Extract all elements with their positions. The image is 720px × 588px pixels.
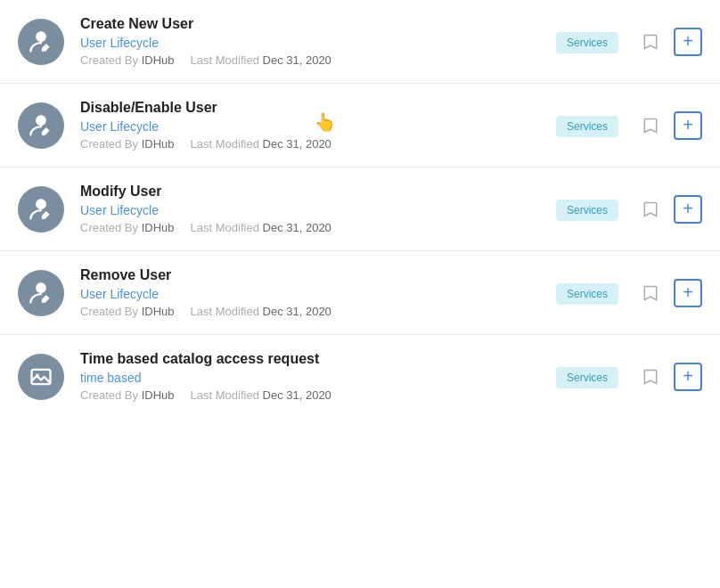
- list-item: Disable/Enable User User Lifecycle Creat…: [0, 84, 720, 167]
- bookmark-icon: [642, 368, 659, 386]
- created-by-value: IDHub: [142, 221, 175, 234]
- badge-area: Services: [556, 369, 618, 385]
- avatar: [18, 19, 64, 65]
- created-by-label: Created By: [80, 388, 142, 402]
- item-category[interactable]: User Lifecycle: [80, 287, 556, 301]
- item-category[interactable]: User Lifecycle: [80, 119, 556, 134]
- created-by-label: Created By: [80, 221, 142, 234]
- avatar: [18, 354, 64, 400]
- created-by-value: IDHub: [142, 388, 175, 402]
- list-item: Create New User User Lifecycle Created B…: [0, 0, 720, 84]
- item-title: Time based catalog access request: [80, 351, 556, 367]
- last-modified-value: Dec 31, 2020: [263, 388, 331, 402]
- list-item: Time based catalog access request time b…: [0, 335, 720, 418]
- bookmark-button[interactable]: [636, 279, 665, 307]
- created-by-value: IDHub: [142, 53, 175, 67]
- last-modified-value: Dec 31, 2020: [263, 53, 331, 67]
- plus-icon: +: [683, 282, 693, 303]
- plus-icon: +: [683, 115, 693, 135]
- item-meta: Created By IDHub Last Modified Dec 31, 2…: [80, 137, 556, 151]
- add-button[interactable]: +: [674, 363, 702, 391]
- item-meta: Created By IDHub Last Modified Dec 31, 2…: [80, 305, 556, 318]
- item-category[interactable]: User Lifecycle: [80, 36, 556, 50]
- services-badge: Services: [556, 283, 618, 305]
- last-modified-value: Dec 31, 2020: [263, 137, 331, 151]
- services-badge: Services: [556, 116, 618, 137]
- bookmark-button[interactable]: [636, 28, 665, 56]
- last-modified-value: Dec 31, 2020: [263, 305, 331, 318]
- avatar: [18, 186, 64, 233]
- services-badge: Services: [556, 32, 618, 53]
- avatar: [18, 102, 64, 149]
- item-title: Remove User: [80, 267, 556, 283]
- add-button[interactable]: +: [674, 279, 702, 307]
- badge-area: Services: [556, 201, 618, 217]
- last-modified-label: Last Modified: [191, 305, 263, 318]
- action-buttons: +: [636, 28, 702, 56]
- item-category[interactable]: time based: [80, 371, 556, 385]
- created-by-label: Created By: [80, 137, 142, 151]
- item-title: Modify User: [80, 184, 556, 200]
- item-content: Create New User User Lifecycle Created B…: [80, 16, 556, 67]
- action-buttons: +: [636, 279, 702, 307]
- plus-icon: +: [683, 31, 693, 52]
- badge-area: Services: [556, 285, 618, 301]
- item-content: Remove User User Lifecycle Created By ID…: [80, 267, 556, 318]
- bookmark-button[interactable]: [636, 111, 665, 140]
- created-by-label: Created By: [80, 305, 142, 318]
- list-item: Modify User User Lifecycle Created By ID…: [0, 167, 720, 251]
- bookmark-icon: [642, 117, 659, 135]
- action-buttons: +: [636, 363, 702, 391]
- last-modified-label: Last Modified: [191, 388, 263, 402]
- item-content: Modify User User Lifecycle Created By ID…: [80, 184, 556, 234]
- avatar: [18, 270, 64, 316]
- plus-icon: +: [683, 199, 693, 219]
- bookmark-icon: [642, 33, 659, 51]
- last-modified-label: Last Modified: [191, 53, 263, 67]
- add-button[interactable]: +: [674, 195, 702, 224]
- last-modified-value: Dec 31, 2020: [263, 221, 331, 234]
- item-category[interactable]: User Lifecycle: [80, 203, 556, 217]
- bookmark-icon: [642, 200, 659, 218]
- action-buttons: +: [636, 111, 702, 140]
- action-buttons: +: [636, 195, 702, 224]
- last-modified-label: Last Modified: [191, 137, 263, 151]
- item-meta: Created By IDHub Last Modified Dec 31, 2…: [80, 388, 556, 402]
- item-content: Time based catalog access request time b…: [80, 351, 556, 402]
- bookmark-button[interactable]: [636, 363, 665, 391]
- add-button[interactable]: +: [674, 111, 702, 140]
- item-meta: Created By IDHub Last Modified Dec 31, 2…: [80, 53, 556, 67]
- created-by-value: IDHub: [142, 137, 175, 151]
- item-content: Disable/Enable User User Lifecycle Creat…: [80, 100, 556, 151]
- badge-area: Services: [556, 118, 618, 134]
- created-by-label: Created By: [80, 53, 142, 67]
- bookmark-button[interactable]: [636, 195, 665, 224]
- bookmark-icon: [642, 284, 659, 302]
- last-modified-label: Last Modified: [191, 221, 263, 234]
- add-button[interactable]: +: [674, 28, 702, 56]
- item-title: Disable/Enable User: [80, 100, 556, 116]
- item-title: Create New User: [80, 16, 556, 32]
- badge-area: Services: [556, 34, 618, 50]
- service-list: Create New User User Lifecycle Created B…: [0, 0, 720, 418]
- item-meta: Created By IDHub Last Modified Dec 31, 2…: [80, 221, 556, 234]
- plus-icon: +: [683, 366, 693, 387]
- created-by-value: IDHub: [142, 305, 175, 318]
- services-badge: Services: [556, 200, 618, 221]
- services-badge: Services: [556, 367, 618, 388]
- list-item: Remove User User Lifecycle Created By ID…: [0, 251, 720, 335]
